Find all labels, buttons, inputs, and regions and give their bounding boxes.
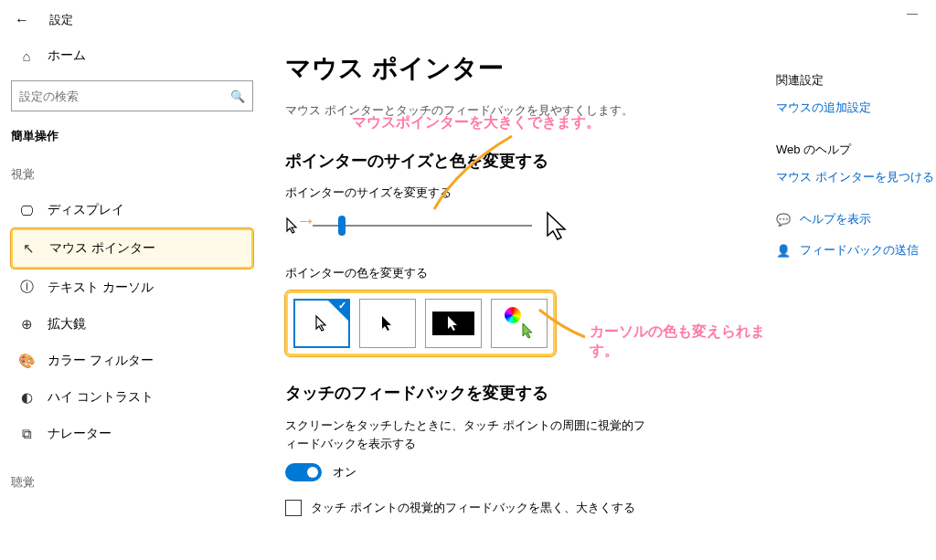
- sidebar-item-magnifier[interactable]: ⊕ 拡大鏡: [11, 306, 253, 343]
- slider-thumb[interactable]: [338, 216, 346, 236]
- color-option-black[interactable]: [359, 299, 416, 348]
- back-button[interactable]: ←: [15, 12, 29, 28]
- web-help-link[interactable]: マウス ポインターを見つける: [776, 169, 936, 185]
- section-size-color: ポインターのサイズと色を変更する: [285, 150, 749, 172]
- annotation-size: マウスポインターを大きくできます。: [352, 113, 601, 132]
- search-icon: 🔍: [230, 90, 245, 103]
- magnifier-icon: ⊕: [18, 316, 35, 333]
- section-heading: 簡単操作: [11, 128, 253, 144]
- subsection-visual: 視覚: [11, 166, 253, 183]
- feedback-label: フィードバックの送信: [800, 242, 919, 259]
- color-wheel-icon: [505, 307, 521, 323]
- home-icon: ⌂: [18, 48, 35, 64]
- right-column: 関連設定 マウスの追加設定 Web のヘルプ マウス ポインターを見つける 💬 …: [776, 40, 936, 560]
- checkbox-label: タッチ ポイントの視覚的フィードバックを黒く、大きくする: [311, 500, 635, 516]
- feedback-icon: 👤: [776, 244, 791, 258]
- sidebar-item-label: マウス ポインター: [49, 240, 155, 257]
- minimize-icon[interactable]: —: [907, 7, 918, 20]
- pointer-color-options: [285, 291, 556, 356]
- sidebar-item-label: ディスプレイ: [48, 202, 124, 218]
- home-label: ホーム: [48, 48, 86, 64]
- help-label: ヘルプを表示: [800, 211, 871, 227]
- display-icon: 🖵: [18, 203, 35, 218]
- cursor-large-icon: [545, 210, 570, 241]
- window-controls[interactable]: —: [907, 7, 918, 20]
- sidebar-item-label: 拡大鏡: [48, 316, 86, 333]
- search-input-wrap[interactable]: 🔍: [11, 80, 253, 111]
- cursor-icon: ↖: [20, 240, 37, 257]
- contrast-icon: ◐: [18, 389, 35, 406]
- sidebar-item-mouse-pointer[interactable]: ↖ マウス ポインター: [11, 228, 253, 269]
- annotation-color: カーソルの色も変えられます。: [590, 322, 776, 361]
- get-help-link[interactable]: 💬 ヘルプを表示: [776, 211, 936, 227]
- sidebar-item-label: ナレーター: [48, 426, 112, 442]
- main-content: マウス ポインター マウス ポインターとタッチのフィードバックを見やすくします。…: [265, 40, 776, 560]
- related-settings-link[interactable]: マウスの追加設定: [776, 100, 936, 116]
- sidebar-item-display[interactable]: 🖵 ディスプレイ: [11, 192, 253, 228]
- feedback-link[interactable]: 👤 フィードバックの送信: [776, 242, 936, 259]
- narrator-icon: ⧉: [18, 426, 35, 442]
- help-icon: 💬: [776, 213, 791, 227]
- window-title: 設定: [49, 12, 73, 28]
- toggle-state-label: オン: [333, 464, 356, 481]
- web-help-head: Web のヘルプ: [776, 142, 936, 158]
- color-filter-icon: 🎨: [18, 353, 35, 369]
- section-touch: タッチのフィードバックを変更する: [285, 382, 749, 404]
- page-title: マウス ポインター: [285, 51, 749, 86]
- sidebar-item-label: カラー フィルター: [48, 353, 154, 369]
- pointer-size-slider[interactable]: [285, 210, 749, 241]
- color-option-white[interactable]: [293, 299, 350, 348]
- search-input[interactable]: [19, 90, 230, 103]
- sidebar: ⌂ ホーム 🔍 簡単操作 視覚 🖵 ディスプレイ ↖ マウス ポインター Ⓘ テ…: [0, 40, 265, 560]
- sidebar-item-narrator[interactable]: ⧉ ナレーター: [11, 416, 253, 452]
- sidebar-item-text-cursor[interactable]: Ⓘ テキスト カーソル: [11, 269, 253, 306]
- sidebar-item-color-filter[interactable]: 🎨 カラー フィルター: [11, 343, 253, 379]
- sidebar-item-high-contrast[interactable]: ◐ ハイ コントラスト: [11, 379, 253, 416]
- text-cursor-icon: Ⓘ: [18, 279, 35, 296]
- color-label: ポインターの色を変更する: [285, 265, 749, 281]
- touch-feedback-toggle[interactable]: [285, 463, 322, 481]
- dark-large-feedback-checkbox[interactable]: [285, 500, 302, 516]
- color-option-custom[interactable]: [491, 299, 548, 348]
- subsection-audio: 聴覚: [11, 474, 253, 491]
- home-nav[interactable]: ⌂ ホーム: [11, 40, 253, 71]
- slider-label: ポインターのサイズを変更する: [285, 185, 749, 201]
- annotation-arrow: →: [296, 209, 316, 233]
- related-settings-head: 関連設定: [776, 72, 936, 89]
- annotation-line-1: [430, 132, 539, 214]
- sidebar-item-label: ハイ コントラスト: [48, 389, 154, 406]
- sidebar-item-label: テキスト カーソル: [48, 280, 154, 296]
- touch-description: スクリーンをタッチしたときに、タッチ ポイントの周囲に視覚的フィードバックを表示…: [285, 417, 651, 452]
- slider-track[interactable]: [313, 225, 532, 227]
- color-option-inverted[interactable]: [425, 299, 482, 348]
